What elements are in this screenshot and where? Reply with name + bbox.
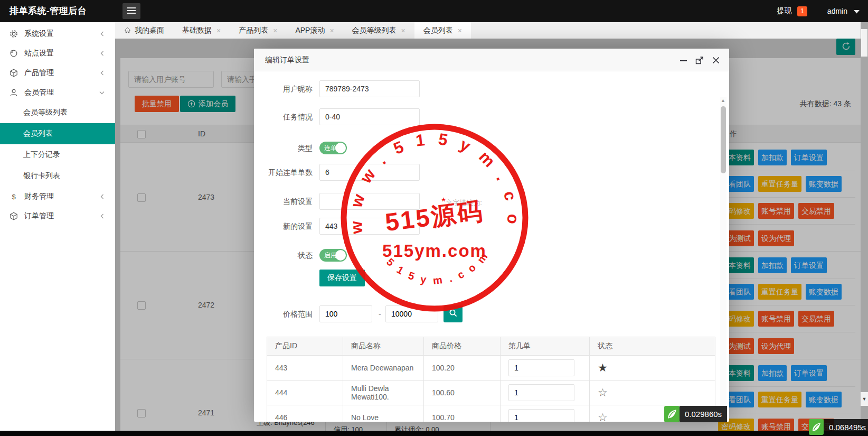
sidebar-subitem-3-0[interactable]: 会员等级列表 bbox=[0, 102, 115, 123]
product-id-cell: 444 bbox=[267, 381, 343, 405]
status-cell: ★ bbox=[590, 356, 715, 381]
toggle-switch[interactable]: 连单 bbox=[319, 142, 347, 154]
modal-scrollbar[interactable]: ▲ bbox=[720, 97, 727, 422]
tab-label: 基础数据 bbox=[182, 26, 212, 35]
field-input[interactable] bbox=[319, 193, 420, 210]
sidebar-item-4[interactable]: $财务管理 bbox=[0, 187, 115, 206]
search-button[interactable] bbox=[444, 305, 463, 322]
search-icon bbox=[449, 309, 458, 319]
user-menu[interactable]: admin bbox=[827, 7, 847, 15]
order-no-input[interactable] bbox=[508, 384, 574, 401]
product-icon bbox=[10, 69, 18, 77]
sidebar-item-label: 订单管理 bbox=[24, 211, 54, 221]
modal-scrollbar-thumb[interactable] bbox=[721, 106, 726, 173]
chevron-left-icon bbox=[100, 69, 105, 77]
sidebar-item-5[interactable]: 订单管理 bbox=[0, 206, 115, 226]
product-table-header: 商品价格 bbox=[424, 337, 501, 356]
order-no-input[interactable] bbox=[508, 409, 574, 422]
modal-body: 用户昵称任务情况类型连单开始连单单数当前设置*文字描述为:新的设置状态启用 保存… bbox=[254, 71, 729, 422]
chevron-left-icon bbox=[100, 212, 105, 220]
product-table: 产品ID商品名称商品价格第几单状态 443Mera Deewanapan100.… bbox=[267, 337, 715, 422]
sidebar-subitem-3-3[interactable]: 银行卡列表 bbox=[0, 165, 115, 187]
sidebar-item-1[interactable]: 站点设置 bbox=[0, 43, 115, 63]
note-text: 文字描述为: bbox=[446, 199, 482, 207]
status-cell: ☆ bbox=[590, 381, 715, 405]
close-icon[interactable]: × bbox=[273, 27, 277, 34]
sidebar-subitem-label: 会员列表 bbox=[23, 129, 53, 138]
tab-0[interactable]: 我的桌面 bbox=[115, 22, 173, 39]
toggle-switch[interactable]: 启用 bbox=[319, 249, 347, 262]
star-outline-icon[interactable]: ☆ bbox=[598, 386, 608, 398]
required-star: * bbox=[441, 195, 446, 207]
tab-label: 会员等级列表 bbox=[352, 26, 397, 35]
star-filled-icon[interactable]: ★ bbox=[598, 361, 608, 374]
product-table-header: 商品名称 bbox=[343, 337, 424, 356]
page-scrollbar[interactable]: ▼ bbox=[861, 22, 868, 436]
toggle-knob bbox=[335, 250, 346, 261]
tab-3[interactable]: APP滚动× bbox=[286, 22, 343, 39]
field-label: 新的设置 bbox=[254, 218, 313, 235]
product-name-cell: Mera Deewanapan bbox=[343, 356, 424, 381]
maximize-icon[interactable] bbox=[695, 55, 704, 65]
sidebar-item-label: 会员管理 bbox=[24, 88, 54, 97]
tab-label: APP滚动 bbox=[295, 26, 325, 35]
field-label: 开始连单单数 bbox=[254, 164, 313, 181]
sidebar-subitem-3-2[interactable]: 上下分记录 bbox=[0, 144, 115, 165]
save-settings-button[interactable]: 保存设置 bbox=[319, 270, 365, 286]
field-label: 用户昵称 bbox=[254, 80, 313, 97]
close-icon[interactable]: × bbox=[216, 27, 221, 34]
field-input[interactable] bbox=[319, 218, 420, 235]
product-table-row: 444Mulli Dewla Mewati100.100.60☆ bbox=[267, 381, 715, 405]
top-bar: 排单系统-管理后台 提现 1 admin bbox=[0, 0, 868, 22]
price-separator: - bbox=[379, 305, 381, 322]
field-note: *文字描述为: bbox=[441, 193, 482, 211]
minimize-icon[interactable] bbox=[678, 55, 688, 65]
close-icon[interactable]: × bbox=[329, 27, 334, 34]
modal-title: 编辑订单设置 bbox=[265, 49, 309, 71]
hamburger-icon[interactable] bbox=[122, 3, 140, 19]
tab-2[interactable]: 产品列表× bbox=[230, 22, 286, 39]
gear-icon bbox=[10, 30, 18, 38]
tab-label: 产品列表 bbox=[239, 26, 268, 35]
product-id-cell: 446 bbox=[267, 405, 343, 422]
chevron-left-icon bbox=[100, 30, 105, 38]
member-icon bbox=[10, 88, 18, 97]
tab-4[interactable]: 会员等级列表× bbox=[343, 22, 414, 39]
order-no-input[interactable] bbox=[508, 359, 574, 376]
sidebar-item-2[interactable]: 产品管理 bbox=[0, 63, 115, 82]
tab-bar: 我的桌面基础数据×产品列表×APP滚动×会员等级列表×会员列表× bbox=[115, 22, 861, 39]
chevron-down-icon[interactable] bbox=[854, 7, 860, 15]
order-no-cell bbox=[501, 356, 590, 381]
tab-1[interactable]: 基础数据× bbox=[173, 22, 230, 39]
withdraw-link[interactable]: 提现 bbox=[777, 6, 792, 16]
sidebar-subitem-3-1[interactable]: 会员列表 bbox=[0, 123, 115, 144]
chevron-left-icon bbox=[100, 49, 105, 58]
scroll-up-icon[interactable]: ▲ bbox=[721, 98, 725, 103]
star-outline-icon[interactable]: ☆ bbox=[598, 411, 608, 422]
home-icon bbox=[124, 27, 131, 34]
price-min-input[interactable] bbox=[319, 305, 372, 322]
tab-5[interactable]: 会员列表× bbox=[414, 22, 471, 39]
close-icon[interactable]: × bbox=[401, 27, 405, 34]
field-input[interactable] bbox=[319, 108, 420, 125]
field-input[interactable] bbox=[319, 164, 420, 181]
edit-order-settings-modal: 编辑订单设置 用户昵称任务情况类型连单开始连单单数当前设置*文字描述为:新的设置… bbox=[254, 49, 729, 422]
price-max-input[interactable] bbox=[385, 305, 438, 322]
close-icon[interactable] bbox=[711, 55, 721, 65]
page-scrollbar-thumb[interactable] bbox=[861, 29, 867, 57]
sidebar-item-3[interactable]: 会员管理 bbox=[0, 82, 115, 102]
tab-label: 我的桌面 bbox=[135, 26, 164, 35]
product-table-row: 443Mera Deewanapan100.20★ bbox=[267, 356, 715, 381]
scroll-down-icon[interactable]: ▼ bbox=[861, 392, 868, 406]
sidebar-subitem-label: 银行卡列表 bbox=[23, 171, 60, 181]
chevron-down-icon bbox=[99, 88, 105, 97]
sidebar-item-0[interactable]: 系统设置 bbox=[0, 24, 115, 43]
sidebar-item-label: 财务管理 bbox=[24, 192, 54, 201]
finance-icon: $ bbox=[10, 192, 18, 201]
field-input[interactable] bbox=[319, 80, 420, 97]
product-table-header: 第几单 bbox=[501, 337, 590, 356]
close-icon[interactable]: × bbox=[458, 27, 462, 34]
leaf-icon bbox=[664, 406, 680, 422]
withdraw-count-badge[interactable]: 1 bbox=[797, 6, 807, 16]
tab-label: 会员列表 bbox=[423, 26, 453, 35]
